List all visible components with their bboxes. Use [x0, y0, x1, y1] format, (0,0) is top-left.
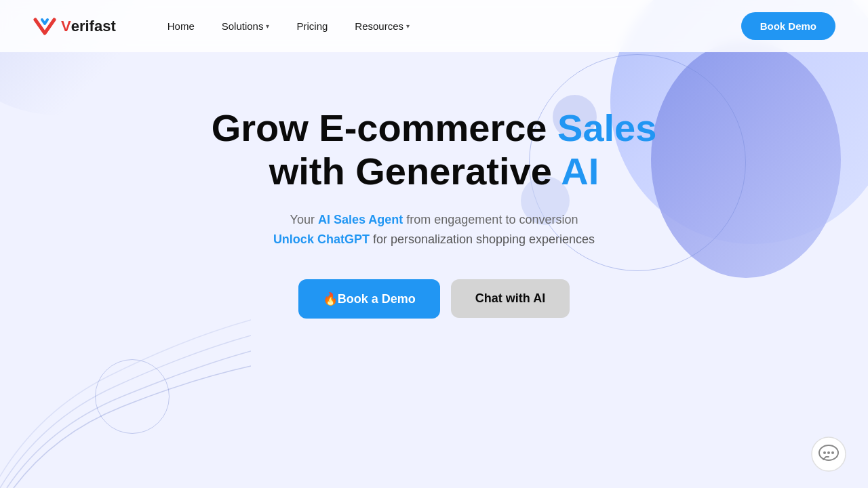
book-demo-button[interactable]: 🔥Book a Demo [298, 279, 440, 319]
hero-subtitle2-after: for personalization shopping experiences [370, 232, 595, 246]
logo-text: Verifast [61, 18, 116, 35]
nav-book-demo-button[interactable]: Book Demo [741, 12, 835, 40]
nav-links: Home Solutions ▾ Pricing Resources ▾ [157, 15, 741, 37]
svg-point-2 [823, 451, 826, 454]
hero-subtitle2: Unlock ChatGPT for personalization shopp… [273, 232, 595, 247]
chat-widget-icon [811, 436, 846, 472]
hero-subtitle: Your AI Sales Agent from engagement to c… [290, 213, 578, 227]
chat-widget[interactable] [811, 436, 846, 472]
hero-section: Grow E-commerce Sales with Generative AI… [0, 52, 868, 346]
nav-resources[interactable]: Resources ▾ [344, 15, 420, 37]
bg-left-circle [95, 359, 170, 434]
hero-title-part2: with Generative [269, 150, 561, 192]
logo-link[interactable]: Verifast [33, 14, 116, 39]
hero-title-ai: AI [561, 150, 599, 192]
hero-title-sales: Sales [557, 106, 656, 149]
hero-subtitle2-blue: Unlock ChatGPT [273, 232, 370, 246]
hero-title-part1: Grow E-commerce [212, 106, 557, 149]
svg-point-4 [831, 451, 834, 454]
hero-subtitle-before: Your [290, 213, 318, 226]
logo-icon [33, 14, 57, 39]
hero-buttons: 🔥Book a Demo Chat with AI [298, 279, 570, 319]
hero-subtitle-after: from engagement to conversion [403, 213, 578, 226]
nav-solutions[interactable]: Solutions ▾ [211, 15, 281, 37]
hero-subtitle-blue: AI Sales Agent [318, 213, 403, 226]
navbar: Verifast Home Solutions ▾ Pricing Resour… [0, 0, 868, 52]
svg-point-3 [827, 451, 830, 454]
solutions-chevron-icon: ▾ [266, 22, 269, 30]
hero-title: Grow E-commerce Sales with Generative AI [212, 106, 657, 194]
resources-chevron-icon: ▾ [406, 22, 410, 30]
nav-home[interactable]: Home [157, 15, 205, 37]
nav-pricing[interactable]: Pricing [285, 15, 338, 37]
chat-ai-button[interactable]: Chat with AI [451, 279, 570, 318]
